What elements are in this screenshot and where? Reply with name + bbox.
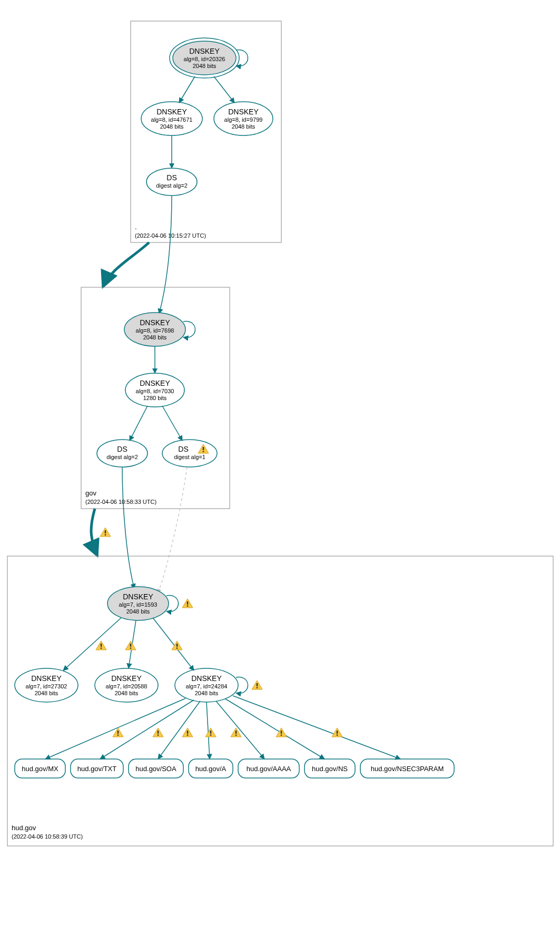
warning-icon	[332, 728, 342, 737]
svg-text:alg=8, id=47671: alg=8, id=47671	[151, 116, 193, 123]
zone-hud-time: (2022-04-06 10:58:39 UTC)	[12, 833, 83, 840]
warning-icon	[252, 680, 262, 689]
svg-text:1280 bits: 1280 bits	[143, 395, 167, 401]
svg-text:hud.gov/NSEC3PARAM: hud.gov/NSEC3PARAM	[371, 765, 444, 773]
zone-root: . (2022-04-06 10:15:27 UTC) DNSKEY alg=8…	[131, 21, 281, 242]
warning-icon	[182, 728, 193, 737]
edge-rootksk-zsk1	[179, 76, 195, 103]
zone-gov: gov (2022-04-06 10:58:33 UTC) DNSKEY alg…	[81, 287, 230, 509]
svg-text:DNSKEY: DNSKEY	[156, 108, 187, 116]
svg-text:hud.gov/A: hud.gov/A	[195, 765, 227, 773]
svg-text:DNSKEY: DNSKEY	[140, 379, 170, 387]
zone-hud-name: hud.gov	[12, 824, 36, 832]
svg-text:2048 bits: 2048 bits	[193, 63, 217, 69]
node-gov-ds1[interactable]: DS digest alg=2	[97, 440, 148, 467]
svg-text:2048 bits: 2048 bits	[35, 690, 58, 696]
zone-gov-name: gov	[85, 489, 96, 497]
svg-text:DNSKEY: DNSKEY	[123, 592, 153, 601]
warning-icon	[100, 528, 111, 537]
zone-root-name: .	[135, 223, 137, 231]
svg-text:DS: DS	[178, 445, 188, 453]
svg-text:alg=7, id=27302: alg=7, id=27302	[26, 683, 67, 689]
svg-text:2048 bits: 2048 bits	[115, 690, 139, 696]
svg-text:hud.gov/TXT: hud.gov/TXT	[77, 765, 116, 773]
warning-icon	[153, 728, 163, 737]
warning-icon	[172, 641, 182, 650]
svg-text:alg=8, id=7030: alg=8, id=7030	[136, 388, 174, 394]
node-hud-zsk3[interactable]: DNSKEY alg=7, id=24284 2048 bits	[175, 668, 238, 702]
edge-govzsk-ds2	[162, 406, 182, 441]
zone-hudgov: hud.gov (2022-04-06 10:58:39 UTC) DNSKEY…	[7, 556, 553, 846]
warning-icon	[276, 728, 287, 737]
svg-rect-34	[7, 556, 553, 846]
edge-zsk3-nsec3	[233, 696, 400, 759]
svg-text:alg=8, id=9799: alg=8, id=9799	[224, 116, 263, 123]
svg-text:DNSKEY: DNSKEY	[189, 47, 220, 55]
svg-text:DNSKEY: DNSKEY	[111, 674, 142, 683]
edge-hudksk-zsk1	[63, 618, 121, 670]
edge-govds2-hudksk	[158, 467, 187, 593]
svg-text:DS: DS	[166, 173, 176, 182]
svg-text:alg=7, id=1593: alg=7, id=1593	[119, 601, 158, 608]
svg-text:2048 bits: 2048 bits	[232, 123, 256, 130]
zone-gov-time: (2022-04-06 10:58:33 UTC)	[85, 499, 156, 505]
svg-text:alg=8, id=20326: alg=8, id=20326	[184, 56, 225, 62]
edge-rootds-govksk	[159, 196, 172, 314]
node-rr-mx[interactable]: hud.gov/MX	[15, 759, 65, 778]
edge-deleg-root-gov	[103, 242, 149, 287]
svg-text:2048 bits: 2048 bits	[195, 690, 219, 696]
node-hud-zsk1[interactable]: DNSKEY alg=7, id=27302 2048 bits	[15, 668, 78, 702]
svg-text:DS: DS	[117, 445, 127, 453]
svg-text:2048 bits: 2048 bits	[126, 608, 150, 615]
svg-text:DNSKEY: DNSKEY	[228, 108, 259, 116]
node-gov-ds2[interactable]: DS digest alg=1	[162, 440, 217, 467]
svg-text:DNSKEY: DNSKEY	[31, 674, 62, 683]
node-hud-zsk2[interactable]: DNSKEY alg=7, id=20588 2048 bits	[95, 668, 158, 702]
svg-text:hud.gov/SOA: hud.gov/SOA	[135, 765, 176, 773]
warning-icon	[205, 728, 216, 737]
node-root-zsk1[interactable]: DNSKEY alg=8, id=47671 2048 bits	[141, 102, 202, 135]
node-root-ds[interactable]: DS digest alg=2	[146, 168, 197, 196]
edge-govds1-hudksk	[122, 467, 134, 589]
svg-point-28	[97, 440, 148, 467]
edge-rootksk-zsk2	[214, 76, 234, 103]
warning-icon	[96, 641, 106, 650]
svg-text:2048 bits: 2048 bits	[160, 123, 184, 130]
node-root-zsk2[interactable]: DNSKEY alg=8, id=9799 2048 bits	[214, 102, 273, 135]
svg-text:alg=7, id=24284: alg=7, id=24284	[186, 683, 228, 689]
node-rr-a[interactable]: hud.gov/A	[189, 759, 233, 778]
svg-text:2048 bits: 2048 bits	[143, 334, 167, 340]
svg-point-16	[146, 168, 197, 196]
svg-text:digest alg=2: digest alg=2	[106, 454, 138, 460]
node-root-ksk[interactable]: DNSKEY alg=8, id=20326 2048 bits	[170, 38, 239, 78]
node-gov-ksk[interactable]: DNSKEY alg=8, id=7698 2048 bits	[124, 313, 185, 346]
node-hud-ksk[interactable]: DNSKEY alg=7, id=1593 2048 bits	[107, 587, 169, 620]
node-gov-zsk[interactable]: DNSKEY alg=8, id=7030 1280 bits	[125, 373, 184, 407]
edge-zsk3-aaaa	[216, 701, 264, 759]
svg-text:DNSKEY: DNSKEY	[140, 318, 170, 327]
edge-deleg-gov-hud	[91, 509, 97, 556]
svg-text:digest alg=2: digest alg=2	[156, 182, 188, 189]
svg-text:alg=8, id=7698: alg=8, id=7698	[136, 327, 174, 334]
edge-zsk3-ns	[225, 699, 325, 759]
node-rr-ns[interactable]: hud.gov/NS	[304, 759, 355, 778]
node-rr-nsec3[interactable]: hud.gov/NSEC3PARAM	[360, 759, 454, 778]
svg-text:alg=7, id=20588: alg=7, id=20588	[106, 683, 148, 689]
edge-govzsk-ds1	[130, 406, 148, 441]
warning-icon	[182, 599, 193, 608]
warning-icon	[125, 641, 136, 650]
svg-text:hud.gov/MX: hud.gov/MX	[22, 765, 58, 773]
svg-text:hud.gov/NS: hud.gov/NS	[312, 765, 348, 773]
node-rr-aaaa[interactable]: hud.gov/AAAA	[238, 759, 299, 778]
svg-text:hud.gov/AAAA: hud.gov/AAAA	[247, 765, 291, 773]
svg-text:digest alg=1: digest alg=1	[174, 454, 205, 460]
edge-hudksk-zsk3	[153, 618, 194, 670]
node-rr-txt[interactable]: hud.gov/TXT	[71, 759, 123, 778]
node-rr-soa[interactable]: hud.gov/SOA	[129, 759, 183, 778]
svg-text:DNSKEY: DNSKEY	[191, 674, 222, 683]
